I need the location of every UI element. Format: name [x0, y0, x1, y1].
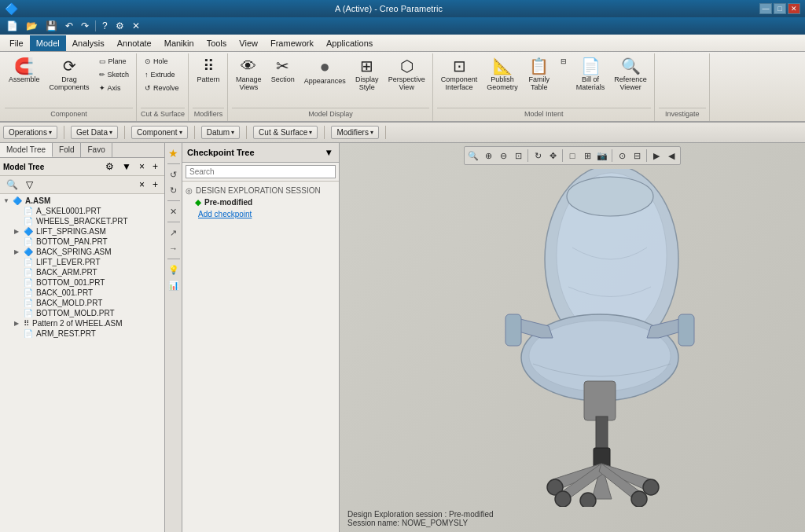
- tab-model-tree[interactable]: Model Tree: [0, 143, 53, 157]
- qa-save-button[interactable]: 💾: [42, 19, 61, 33]
- vert-light-button[interactable]: 💡: [167, 262, 181, 277]
- bill-of-materials-button[interactable]: 📄 Bill of Materials: [572, 55, 609, 94]
- tree-add-btn[interactable]: +: [149, 160, 161, 174]
- tree-item-arm-rest[interactable]: 📄 ARM_REST.PRT: [2, 328, 163, 339]
- qa-help-button[interactable]: ?: [99, 19, 111, 33]
- tree-filter-btn[interactable]: ▼: [119, 160, 134, 174]
- vp-zoom-fit-btn[interactable]: ⊡: [511, 149, 525, 163]
- vp-view-btn[interactable]: □: [565, 149, 579, 163]
- operations-button[interactable]: Operations ▾: [3, 126, 57, 139]
- vp-orient-btn[interactable]: ⊙: [615, 149, 629, 163]
- tab-fold[interactable]: Fold: [53, 143, 81, 157]
- perspective-view-button[interactable]: ⬡ Perspective View: [384, 55, 429, 94]
- checkpoint-content: ◎ DESIGN EXPLORATION SESSION ◆ Pre-modif…: [182, 182, 339, 532]
- assemble-button[interactable]: 🧲 Assemble: [5, 55, 44, 86]
- tree-item-back-spring[interactable]: ▶ 🔷 BACK_SPRING.ASM: [2, 247, 163, 257]
- component-interface-button[interactable]: ⊡ Component Interface: [437, 55, 482, 94]
- tree-item-bottom-mold[interactable]: 📄 BOTTOM_MOLD.PRT: [2, 308, 163, 318]
- tree-item-pattern-wheel[interactable]: ▶ ⠿ Pattern 2 of WHEEL.ASM: [2, 318, 163, 328]
- vert-arrow-button[interactable]: ↗: [167, 226, 181, 240]
- family-table-button[interactable]: 📋 Family Table: [524, 55, 555, 94]
- viewport-3d[interactable]: 🔍 ⊕ ⊖ ⊡ ↻ ✥ □ ⊞ 📷 ⊙ ⊟ ▶ ◀: [340, 143, 805, 532]
- cut-surface-toolbar-button[interactable]: Cut & Surface ▾: [253, 126, 318, 139]
- hole-button[interactable]: ⊙ Hole: [141, 55, 183, 68]
- checkpoint-search-input[interactable]: [186, 165, 336, 178]
- menu-file[interactable]: File: [3, 35, 30, 51]
- vp-zoom-out-btn[interactable]: ⊖: [496, 149, 510, 163]
- sketch-button[interactable]: ✏ Sketch: [95, 68, 134, 81]
- datum-toolbar-button[interactable]: Datum ▾: [201, 126, 240, 139]
- qa-new-button[interactable]: 📄: [3, 19, 21, 33]
- vp-rotate-btn[interactable]: ↻: [531, 149, 545, 163]
- tree-item-lift-lever[interactable]: 📄 LIFT_LEVER.PRT: [2, 257, 163, 267]
- qa-open-button[interactable]: 📂: [23, 19, 41, 33]
- vp-zoom-in-btn[interactable]: 🔍: [466, 149, 480, 163]
- menu-annotate[interactable]: Annotate: [111, 35, 158, 51]
- menu-manikin[interactable]: Manikin: [158, 35, 200, 51]
- extrude-button[interactable]: ↑ Extrude: [141, 68, 183, 81]
- tree-item-bottom-pan[interactable]: 📄 BOTTOM_PAN.PRT: [2, 237, 163, 247]
- component-toolbar-button[interactable]: Component ▾: [131, 126, 188, 139]
- display-style-button[interactable]: ⊞ Display Style: [351, 55, 383, 94]
- tree-item-bottom-001[interactable]: 📄 BOTTOM_001.PRT: [2, 277, 163, 288]
- vp-pan-btn[interactable]: ✥: [546, 149, 560, 163]
- tree-item-back-mold[interactable]: 📄 BACK_MOLD.PRT: [2, 298, 163, 308]
- manage-views-button[interactable]: 👁 Manage Views: [232, 55, 266, 94]
- vert-undo-button[interactable]: ↺: [167, 167, 181, 182]
- revolve-button[interactable]: ↺ Revolve: [141, 82, 183, 94]
- vert-close-button[interactable]: ✕: [167, 204, 181, 218]
- tree-collapse-btn[interactable]: +: [149, 178, 161, 192]
- vp-back-btn[interactable]: ◀: [664, 149, 678, 163]
- vert-chart-button[interactable]: 📊: [167, 278, 181, 292]
- plane-button[interactable]: ▭ Plane: [95, 55, 134, 68]
- appearances-button[interactable]: ● Appearances: [300, 55, 350, 88]
- tree-filter-icon[interactable]: ▽: [23, 178, 36, 192]
- tree-expand-btn[interactable]: ×: [136, 178, 148, 192]
- qa-redo-button[interactable]: ↷: [78, 19, 92, 33]
- menu-tools[interactable]: Tools: [200, 35, 233, 51]
- reference-viewer-button[interactable]: 🔍 Reference Viewer: [610, 55, 651, 94]
- window-controls[interactable]: — □ ✕: [759, 3, 800, 14]
- menu-analysis[interactable]: Analysis: [66, 35, 111, 51]
- get-data-button[interactable]: Get Data ▾: [71, 126, 118, 139]
- vp-zoom-in2-btn[interactable]: ⊕: [481, 149, 495, 163]
- bottom-mold-label: BOTTOM_MOLD.PRT: [36, 309, 115, 317]
- section-button[interactable]: ✂ Section: [267, 55, 299, 86]
- tree-item-back-001[interactable]: 📄 BACK_001.PRT: [2, 288, 163, 298]
- close-button[interactable]: ✕: [788, 3, 800, 14]
- checkpoint-pre-modified[interactable]: ◆ Pre-modified: [192, 196, 336, 208]
- tree-item-skel[interactable]: 📄 A_SKEL0001.PRT: [2, 206, 163, 216]
- axis-button[interactable]: ✦ Axis: [95, 82, 134, 94]
- publish-geometry-button[interactable]: 📐 Publish Geometry: [483, 55, 522, 94]
- vert-star-button[interactable]: ★: [167, 146, 181, 160]
- minimize-button[interactable]: —: [759, 3, 772, 14]
- menu-view[interactable]: View: [233, 35, 264, 51]
- qa-undo-button[interactable]: ↶: [62, 19, 76, 33]
- small-btn-1[interactable]: ⊟: [557, 55, 571, 68]
- vp-camera-btn[interactable]: 📷: [595, 149, 609, 163]
- vert-forward-button[interactable]: →: [167, 241, 181, 255]
- cp-options-btn[interactable]: ▾: [323, 145, 334, 160]
- pattern-button[interactable]: ⠿ Pattern: [193, 55, 224, 86]
- tree-item-wheels[interactable]: 📄 WHEELS_BRACKET.PRT: [2, 216, 163, 226]
- qa-close-button[interactable]: ✕: [129, 19, 143, 33]
- tree-item-asm[interactable]: ▼ 🔷 A.ASM: [2, 196, 163, 206]
- tab-favorites[interactable]: Favo: [81, 143, 112, 157]
- qa-settings-button[interactable]: ⚙: [112, 19, 127, 33]
- vp-measure-btn[interactable]: ⊟: [630, 149, 644, 163]
- restore-button[interactable]: □: [774, 3, 786, 14]
- vp-grid-btn[interactable]: ⊞: [580, 149, 594, 163]
- tree-item-lift-spring[interactable]: ▶ 🔷 LIFT_SPRING.ASM: [2, 226, 163, 237]
- vp-more-btn[interactable]: ▶: [649, 149, 663, 163]
- menu-model[interactable]: Model: [30, 35, 66, 51]
- tree-settings-btn[interactable]: ⚙: [102, 160, 117, 174]
- add-checkpoint-link[interactable]: Add checkpoint: [198, 208, 336, 220]
- vert-redo-button[interactable]: ↻: [167, 183, 181, 197]
- tree-close-btn[interactable]: ×: [136, 160, 148, 174]
- menu-framework[interactable]: Framework: [264, 35, 320, 51]
- tree-search-btn[interactable]: 🔍: [3, 178, 21, 192]
- drag-components-button[interactable]: ⟳ Drag Components: [46, 55, 94, 94]
- menu-applications[interactable]: Applications: [320, 35, 379, 51]
- modifiers-toolbar-button[interactable]: Modifiers ▾: [331, 126, 379, 139]
- tree-item-back-arm[interactable]: 📄 BACK_ARM.PRT: [2, 267, 163, 277]
